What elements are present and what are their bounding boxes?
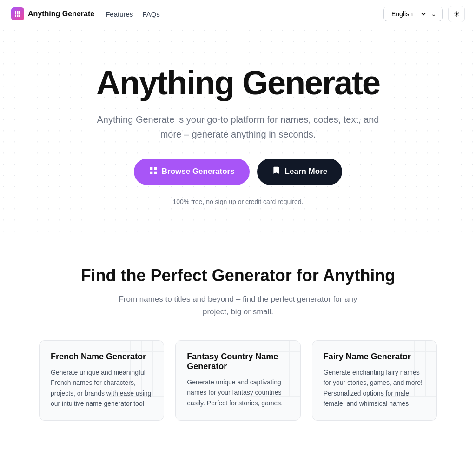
book-icon	[272, 166, 281, 178]
language-dropdown[interactable]: English French Spanish German Chinese Ja…	[390, 10, 427, 18]
logo-svg	[13, 10, 22, 18]
generators-section: Find the Perfect Generator for Anything …	[0, 233, 476, 439]
card-french-name: French Name Generator Generate unique an…	[39, 340, 164, 421]
hero-section: Anything Generate Anything Generate is y…	[0, 28, 476, 233]
logo-text: Anything Generate	[28, 10, 94, 18]
card-bg-pattern	[108, 341, 164, 397]
logo-link[interactable]: Anything Generate	[11, 7, 94, 20]
language-selector[interactable]: English French Spanish German Chinese Ja…	[383, 7, 443, 21]
learn-more-button[interactable]: Learn More	[257, 159, 343, 185]
browse-generators-button[interactable]: Browse Generators	[134, 159, 250, 185]
nav-links: Features FAQs	[106, 10, 160, 18]
nav-features[interactable]: Features	[106, 10, 133, 18]
navbar: Anything Generate Features FAQs English …	[0, 0, 476, 28]
card-fantasy-country: Fantasy Country Name Generator Generate …	[175, 340, 300, 421]
sun-icon: ☀	[453, 10, 460, 19]
hero-disclaimer: 100% free, no sign up or credit card req…	[28, 198, 448, 205]
hero-subtitle: Anything Generate is your go-to platform…	[89, 112, 387, 142]
nav-left: Anything Generate Features FAQs	[11, 7, 160, 20]
card-bg-pattern-2	[245, 341, 300, 397]
nav-right: English French Spanish German Chinese Ja…	[383, 6, 465, 22]
hero-title: Anything Generate	[28, 66, 448, 101]
cards-row: French Name Generator Generate unique an…	[28, 340, 448, 421]
grid-icon	[149, 166, 158, 178]
logo-icon	[11, 7, 24, 20]
chevron-down-icon: ⌄	[431, 10, 436, 18]
section-title: Find the Perfect Generator for Anything	[28, 266, 448, 285]
nav-faqs[interactable]: FAQs	[142, 10, 160, 18]
learn-button-label: Learn More	[285, 167, 328, 176]
card-fairy-name: Fairy Name Generator Generate enchanting…	[312, 340, 437, 421]
card-bg-pattern-3	[381, 341, 436, 397]
theme-toggle-button[interactable]: ☀	[448, 6, 465, 22]
hero-buttons: Browse Generators Learn More	[28, 159, 448, 185]
browse-button-label: Browse Generators	[162, 167, 235, 176]
section-subtitle: From names to titles and beyond – find t…	[108, 293, 368, 318]
